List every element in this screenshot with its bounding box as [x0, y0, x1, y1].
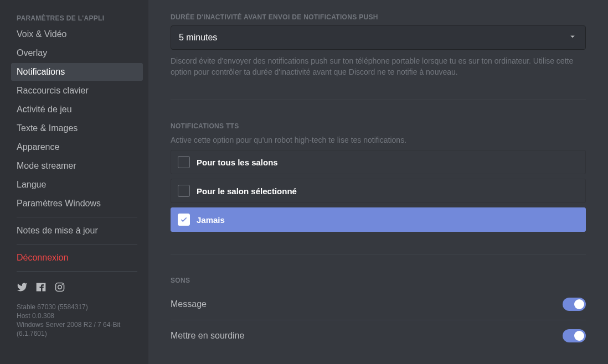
sidebar-item-language[interactable]: Langue [11, 176, 143, 194]
checkbox-icon [178, 185, 190, 197]
push-timeout-select[interactable]: 5 minutes [171, 25, 586, 50]
twitter-icon[interactable] [17, 282, 28, 295]
svg-point-2 [62, 284, 63, 285]
sidebar-item-label: Voix & Vidéo [17, 29, 66, 39]
sidebar-item-streamer-mode[interactable]: Mode streamer [11, 157, 143, 175]
option-label: Pour le salon sélectionné [197, 186, 297, 196]
instagram-icon[interactable] [54, 282, 65, 295]
sidebar-item-label: Notifications [17, 67, 65, 76]
tts-option-all-channels[interactable]: Pour tous les salons [171, 150, 586, 174]
checkbox-icon [178, 214, 190, 226]
divider [171, 254, 586, 254]
sidebar-item-windows-settings[interactable]: Paramètres Windows [11, 195, 143, 212]
sidebar-item-label: Langue [17, 180, 46, 189]
sidebar-item-notifications[interactable]: Notifications [11, 63, 143, 81]
tts-help: Active cette option pour qu'un robot hig… [171, 134, 586, 145]
checkbox-icon [178, 156, 190, 168]
option-label: Jamais [197, 215, 225, 225]
chevron-down-icon [568, 32, 578, 44]
sidebar: PARAMÈTRES DE L'APPLI Voix & Vidéo Overl… [0, 0, 148, 364]
sidebar-item-label: Paramètres Windows [17, 199, 101, 208]
facebook-icon[interactable] [35, 282, 47, 295]
sidebar-item-label: Déconnexion [17, 253, 68, 262]
sound-label: Mettre en sourdine [171, 331, 244, 341]
divider [171, 100, 586, 100]
sound-toggle-message[interactable] [563, 298, 586, 311]
sidebar-item-keybinds[interactable]: Raccourcis clavier [11, 82, 143, 100]
sidebar-item-label: Mode streamer [17, 161, 76, 170]
sound-toggle-mute[interactable] [563, 329, 586, 342]
version-line: Stable 67030 (5584317) [17, 303, 137, 311]
sidebar-item-changelog[interactable]: Notes de mise à jour [11, 222, 143, 240]
toggle-knob [574, 299, 584, 309]
sidebar-item-appearance[interactable]: Apparence [11, 138, 143, 156]
divider [17, 244, 137, 245]
select-value: 5 minutes [179, 33, 217, 43]
sidebar-section-header: PARAMÈTRES DE L'APPLI [11, 11, 143, 25]
sidebar-item-label: Raccourcis clavier [17, 86, 89, 95]
sidebar-item-text-images[interactable]: Texte & Images [11, 119, 143, 137]
toggle-knob [574, 331, 584, 341]
tts-title: NOTIFICATIONS TTS [171, 122, 586, 130]
sidebar-item-logout[interactable]: Déconnexion [11, 249, 143, 267]
version-line: Host 0.0.308 [17, 311, 137, 320]
divider [17, 271, 137, 272]
sidebar-item-label: Texte & Images [17, 123, 78, 133]
option-label: Pour tous les salons [197, 158, 278, 167]
divider [17, 217, 137, 217]
tts-option-selected-channel[interactable]: Pour le salon sélectionné [171, 179, 586, 203]
sidebar-item-voice-video[interactable]: Voix & Vidéo [11, 25, 143, 43]
sidebar-item-label: Apparence [17, 142, 59, 152]
sidebar-item-label: Overlay [17, 48, 47, 58]
push-timeout-help: Discord évite d'envoyer des notification… [171, 55, 586, 77]
sound-row-mute: Mettre en sourdine [171, 320, 586, 351]
sidebar-item-overlay[interactable]: Overlay [11, 44, 143, 62]
sidebar-item-label: Activité de jeu [17, 105, 72, 114]
social-links [11, 276, 143, 300]
push-timeout-title: DURÉE D'INACTIVITÉ AVANT ENVOI DE NOTIFI… [171, 13, 586, 21]
version-info: Stable 67030 (5584317) Host 0.0.308 Wind… [11, 300, 143, 340]
tts-option-never[interactable]: Jamais [171, 207, 586, 232]
sidebar-item-game-activity[interactable]: Activité de jeu [11, 101, 143, 118]
svg-point-1 [58, 285, 62, 289]
sound-label: Message [171, 299, 207, 309]
sidebar-item-label: Notes de mise à jour [17, 226, 98, 235]
sounds-title: SONS [171, 277, 586, 284]
version-line: Windows Server 2008 R2 / 7 64-Bit (6.1.7… [17, 320, 137, 338]
sound-row-message: Message [171, 289, 586, 320]
content: DURÉE D'INACTIVITÉ AVANT ENVOI DE NOTIFI… [148, 0, 608, 364]
